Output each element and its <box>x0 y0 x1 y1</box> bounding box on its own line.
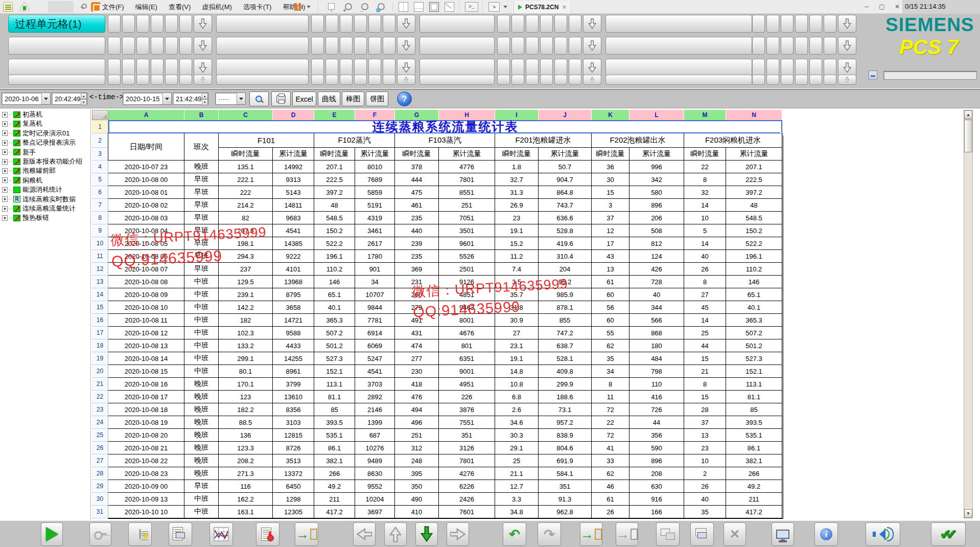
overview-small-button[interactable] <box>752 37 765 55</box>
table-cell[interactable]: 14992 <box>273 161 314 173</box>
overview-small-button[interactable] <box>311 59 324 77</box>
table-cell[interactable]: 88.5 <box>219 416 273 429</box>
end-time-spinner[interactable]: 21:42:49▲▼ <box>173 93 208 105</box>
overview-small-button[interactable] <box>554 15 567 33</box>
table-cell[interactable]: 7.4 <box>495 263 539 276</box>
table-cell[interactable]: 2020-10-08 13 <box>108 339 184 352</box>
export-report-button[interactable]: → <box>295 522 318 546</box>
table-cell[interactable]: 638.7 <box>539 339 592 352</box>
overview-small-button[interactable] <box>824 59 836 77</box>
table-cell[interactable]: 397.2 <box>726 186 782 199</box>
overview-small-button[interactable] <box>151 75 164 85</box>
overview-small-button[interactable] <box>368 59 381 77</box>
menu-item[interactable]: 查看(V) <box>169 3 191 12</box>
table-cell[interactable]: 11 <box>592 391 629 403</box>
table-cell[interactable]: 2020-10-08 18 <box>108 403 184 416</box>
header-cell[interactable]: 累计流量 <box>539 148 592 161</box>
overview-small-button[interactable] <box>383 59 395 77</box>
table-cell[interactable]: 8001 <box>439 314 495 327</box>
table-cell[interactable]: 198.1 <box>219 237 273 250</box>
table-cell[interactable]: 27 <box>684 288 726 301</box>
table-cell[interactable]: 163.1 <box>219 506 273 518</box>
tree-expand-icon[interactable] <box>2 177 8 183</box>
table-cell[interactable]: 13610 <box>273 391 314 403</box>
row-number[interactable]: 1 <box>92 120 108 133</box>
table-cell[interactable]: 34 <box>592 365 629 378</box>
row-number[interactable]: 18 <box>92 339 108 352</box>
row-number[interactable]: 14 <box>92 288 108 301</box>
table-cell[interactable]: 14 <box>684 199 726 212</box>
row-number[interactable]: 27 <box>92 454 108 467</box>
table-cell[interactable]: 222.1 <box>219 173 273 186</box>
table-cell[interactable]: 21 <box>684 365 726 378</box>
table-cell[interactable]: 32.7 <box>495 173 539 186</box>
delete-button[interactable]: ✕ <box>724 522 746 546</box>
sidebar-item[interactable]: 初蒸机 <box>2 110 42 119</box>
table-cell[interactable]: 133.2 <box>219 339 273 352</box>
overview-small-button[interactable] <box>151 59 164 77</box>
table-cell[interactable]: 2020-10-08 04 <box>108 224 184 237</box>
page-down-arrow-button[interactable] <box>583 37 601 55</box>
overview-small-button[interactable] <box>824 15 836 33</box>
table-cell[interactable]: 2617 <box>355 237 395 250</box>
row-number[interactable]: 24 <box>92 416 108 429</box>
overview-area-button[interactable] <box>419 75 495 85</box>
sidebar-item[interactable]: 泡粮罐前部 <box>2 166 56 175</box>
table-cell[interactable]: 9844 <box>355 301 395 314</box>
table-cell[interactable]: 7551 <box>439 416 495 429</box>
table-cell[interactable]: 2020-10-08 05 <box>108 237 184 250</box>
table-cell[interactable]: 25 <box>684 327 726 339</box>
scrollbar-thumb[interactable] <box>964 120 972 152</box>
table-cell[interactable]: 72 <box>592 429 629 442</box>
table-cell[interactable]: 743.7 <box>539 199 592 212</box>
pause-dropdown-caret[interactable] <box>307 6 311 8</box>
overview-small-button[interactable] <box>136 75 149 85</box>
menu-item[interactable]: 编辑(E) <box>135 3 157 12</box>
table-cell[interactable]: 晚班 <box>184 429 219 442</box>
table-cell[interactable]: 15.2 <box>495 237 539 250</box>
snapshot-manager-icon[interactable]: ⚙ <box>376 2 387 12</box>
overview-small-button[interactable] <box>108 75 121 85</box>
table-cell[interactable]: 196.1 <box>726 250 782 263</box>
row-number[interactable]: 15 <box>92 301 108 314</box>
curve-chart-button[interactable]: 曲线 <box>318 92 340 106</box>
table-cell[interactable]: 3703 <box>355 378 395 391</box>
table-cell[interactable]: 72 <box>592 403 629 416</box>
overview-small-button[interactable] <box>795 15 808 33</box>
table-cell[interactable]: 12 <box>592 224 629 237</box>
table-cell[interactable]: 5191 <box>355 199 395 212</box>
table-cell[interactable]: 11.2 <box>495 250 539 263</box>
overview-small-button[interactable] <box>122 15 135 33</box>
overview-small-button[interactable] <box>383 37 395 55</box>
table-cell[interactable]: 110 <box>629 378 684 391</box>
table-cell[interactable]: 251 <box>395 429 439 442</box>
column-header-J[interactable]: J <box>539 110 592 120</box>
header-cell[interactable]: F103蒸汽 <box>395 133 495 148</box>
console-icon[interactable]: >_ <box>465 2 478 12</box>
table-cell[interactable]: 3.3 <box>495 493 539 506</box>
overview-small-button[interactable] <box>511 59 524 77</box>
minimize-button[interactable]: ─ <box>860 3 873 12</box>
overview-small-button[interactable] <box>340 37 353 55</box>
table-cell[interactable]: 6351 <box>439 352 495 365</box>
overview-small-button[interactable] <box>766 75 779 85</box>
table-cell[interactable]: 2020-10-07 23 <box>108 161 184 173</box>
table-cell[interactable]: 37 <box>592 212 629 224</box>
table-cell[interactable]: 中班 <box>184 276 219 288</box>
overview-small-button[interactable] <box>383 15 395 33</box>
table-cell[interactable]: 65.1 <box>314 288 355 301</box>
table-cell[interactable]: 123 <box>219 391 273 403</box>
table-cell[interactable]: 56 <box>592 301 629 314</box>
table-cell[interactable]: 80.1 <box>219 365 273 378</box>
row-number[interactable]: 9 <box>92 224 108 237</box>
overview-area-button[interactable] <box>8 37 105 55</box>
table-cell[interactable]: 508 <box>629 224 684 237</box>
table-cell[interactable]: 8 <box>684 378 726 391</box>
overview-small-button[interactable] <box>165 59 178 77</box>
table-cell[interactable]: 9588 <box>273 327 314 339</box>
table-cell[interactable]: 135.1 <box>219 161 273 173</box>
table-cell[interactable]: 7601 <box>439 506 495 518</box>
table-cell[interactable]: 60 <box>592 288 629 301</box>
table-cell[interactable]: 10 <box>684 212 726 224</box>
table-cell[interactable]: 6914 <box>355 327 395 339</box>
